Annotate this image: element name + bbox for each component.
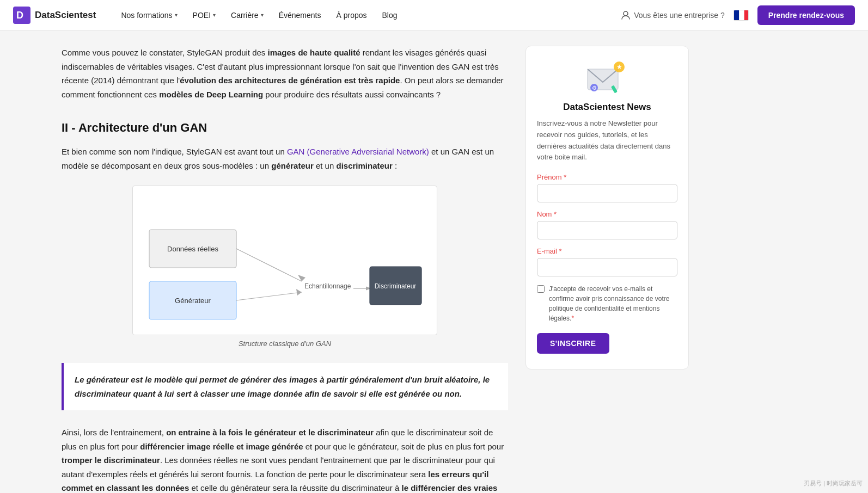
language-flag[interactable] [733,10,749,21]
subscribe-button[interactable]: S'INSCRIRE [537,333,609,354]
logo-link[interactable]: D DataScientest [13,7,96,24]
svg-rect-3 [734,10,739,21]
chevron-down-icon: ▾ [261,12,264,18]
consent-label: J'accepte de recevoir vos e-mails et con… [549,284,677,323]
nom-input[interactable] [537,221,677,239]
section-title: II - Architecture d'un GAN [62,121,508,135]
lower-paragraph: Ainsi, lors de l'entrainement, on entrai… [62,426,508,493]
consent-checkbox[interactable] [537,285,545,293]
nav-item-formations[interactable]: Nos formations ▾ [113,0,185,30]
main-content: Comme vous pouvez le constater, StyleGAN… [62,30,508,493]
newsletter-title: DataScientest News [537,102,677,113]
nav-links: Nos formations ▾ POEI ▾ Carrière ▾ Événe… [113,0,621,30]
prenom-input[interactable] [537,184,677,202]
blockquote: Le générateur est le modèle qui permet d… [62,363,508,410]
nom-field-group: Nom * [537,210,677,239]
gan-diagram: Données réelles Générateur Echantillonna… [132,186,437,335]
nav-item-carriere[interactable]: Carrière ▾ [223,0,271,30]
chevron-down-icon: ▾ [175,12,178,18]
svg-text:Générateur: Générateur [175,297,211,305]
nav-item-poei[interactable]: POEI ▾ [185,0,223,30]
gan-diagram-svg: Données réelles Générateur Echantillonna… [144,197,427,322]
newsletter-icon-wrap: ★ ⚙ [537,59,677,94]
svg-text:⚙: ⚙ [592,85,597,91]
blockquote-text: Le générateur est le modèle qui permet d… [75,375,490,398]
gan-diagram-wrap: Données réelles Générateur Echantillonna… [62,186,508,348]
logo-text: DataScientest [35,10,96,21]
enterprise-link[interactable]: Vous êtes une entreprise ? [621,10,725,20]
newsletter-card: ★ ⚙ DataScientest News Inscrivez-vous à … [525,46,689,369]
prenom-label: Prénom * [537,173,677,181]
svg-text:Discriminateur: Discriminateur [375,282,417,290]
nom-label: Nom * [537,210,677,218]
nav-item-apropos[interactable]: À propos [328,0,374,30]
svg-text:★: ★ [616,63,622,71]
svg-text:Données réelles: Données réelles [167,245,218,253]
prenom-field-group: Prénom * [537,173,677,202]
nav-item-blog[interactable]: Blog [375,0,405,30]
svg-point-2 [624,11,628,16]
intro-paragraph: Comme vous pouvez le constater, StyleGAN… [62,46,508,101]
nav-blog-label: Blog [382,11,398,20]
svg-line-12 [236,292,302,300]
enterprise-label: Vous êtes une entreprise ? [634,11,725,20]
svg-rect-5 [744,10,748,21]
svg-text:D: D [16,10,23,21]
nav-right: Vous êtes une entreprise ? Prendre rende… [621,5,855,25]
chevron-down-icon: ▾ [213,12,216,18]
page-wrap: Comme vous pouvez le constater, StyleGAN… [53,30,815,493]
consent-row: J'accepte de recevoir vos e-mails et con… [537,284,677,323]
nav-apropos-label: À propos [336,11,366,20]
section-paragraph: Et bien comme son nom l'indique, StyleGA… [62,145,508,172]
diagram-caption: Structure classique d'un GAN [239,340,331,348]
nav-carriere-label: Carrière [231,11,259,20]
email-label: E-mail * [537,247,677,255]
sidebar: ★ ⚙ DataScientest News Inscrivez-vous à … [525,30,689,493]
nav-evenements-label: Événements [279,11,321,20]
email-field-group: E-mail * [537,247,677,276]
nav-poei-label: POEI [193,11,211,20]
enterprise-icon [621,10,631,20]
gan-link[interactable]: GAN (Generative Adversiarial Network) [287,147,429,156]
svg-rect-4 [739,10,744,21]
svg-marker-13 [296,289,302,295]
logo-icon: D [13,7,30,24]
newsletter-icon: ★ ⚙ [585,59,629,94]
svg-text:Echantillonnage: Echantillonnage [304,282,351,290]
nav-formations-label: Nos formations [121,11,172,20]
email-input[interactable] [537,258,677,276]
svg-line-10 [236,249,302,281]
cta-button[interactable]: Prendre rendez-vous [757,5,855,25]
nav-item-evenements[interactable]: Événements [271,0,329,30]
newsletter-description: Inscrivez-vous à notre Newsletter pour r… [537,118,677,163]
navbar: D DataScientest Nos formations ▾ POEI ▾ … [0,0,868,30]
